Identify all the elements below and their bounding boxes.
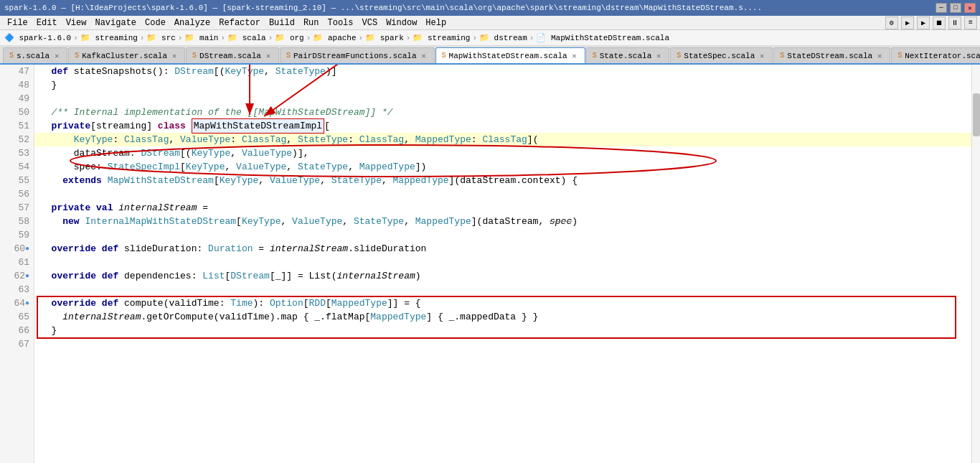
tab-state[interactable]: S State.scala ✕ — [586, 47, 670, 63]
breadcrumb-dstream[interactable]: 📁 dstream — [479, 33, 527, 42]
tab-label: PairDStreamFunctions.scala — [293, 52, 417, 60]
code-line-66: } — [34, 324, 971, 337]
code-line-58: new InternalMapWithStateDStream[KeyType,… — [34, 215, 971, 228]
code-line-54: spec: StateSpecImpl[KeyType, ValueType, … — [34, 160, 971, 174]
menu-view[interactable]: View — [62, 16, 91, 29]
breadcrumb-scala[interactable]: 📁 scala — [227, 33, 266, 42]
tab-sscala[interactable]: S s.scala ✕ — [3, 47, 67, 63]
tab-close-dstream[interactable]: ✕ — [264, 52, 273, 60]
code-line-64: override def compute(validTime: Time): O… — [34, 296, 971, 310]
line-num-58: 58 — [0, 215, 34, 228]
code-area: 47 48 49 50 51 52 53 54 55 56 57 58 59 6… — [0, 65, 980, 463]
toolbar-icons: ⚙ ▶ ▶ ⏹ ⏸ ≡ — [885, 17, 977, 29]
line-numbers: 47 48 49 50 51 52 53 54 55 56 57 58 59 6… — [0, 65, 34, 463]
code-line-65: internalStream.getOrCompute(validTime).m… — [34, 310, 971, 324]
breadcrumb-file[interactable]: 📄 MapWithStateDStream.scala — [536, 33, 669, 42]
menu-refactor[interactable]: Refactor — [215, 16, 265, 29]
line-num-63: 63 — [0, 283, 34, 296]
breadcrumb-main[interactable]: 📁 main — [184, 33, 218, 42]
line-num-61: 61 — [0, 256, 34, 269]
menu-navigate[interactable]: Navigate — [90, 16, 141, 29]
line-num-67: 67 — [0, 337, 34, 351]
menu-tools[interactable]: Tools — [324, 16, 358, 29]
gutter-icon-62[interactable]: ● — [25, 269, 29, 283]
code-line-53: dataStream: DStream[(KeyType, ValueType)… — [34, 146, 971, 160]
tab-statespec[interactable]: S StateSpec.scala ✕ — [670, 47, 773, 63]
line-num-65: 65 — [0, 310, 34, 324]
toolbar-icon-3[interactable]: ▶ — [917, 17, 930, 29]
line-num-66: 66 — [0, 324, 34, 337]
line-num-47: 47 — [0, 65, 34, 78]
breadcrumb-apache[interactable]: 📁 apache — [313, 33, 356, 42]
code-line-50: /** Internal implementation of the [[Map… — [34, 106, 971, 119]
breadcrumb-project[interactable]: 🔷 spark-1.6.0 — [4, 33, 71, 42]
line-num-55: 55 — [0, 174, 34, 187]
breadcrumb-spark[interactable]: 📁 spark — [365, 33, 404, 42]
code-line-48: } — [34, 78, 971, 92]
line-num-54: 54 — [0, 160, 34, 174]
maximize-button[interactable]: □ — [950, 3, 961, 13]
vertical-scrollbar[interactable] — [971, 65, 980, 463]
tab-mapwithstate[interactable]: S MapWithStateDStream.scala ✕ — [435, 47, 585, 63]
tab-close-kafka[interactable]: ✕ — [170, 52, 179, 60]
breadcrumb-org[interactable]: 📁 org — [275, 33, 303, 42]
code-line-57: private val internalStream = — [34, 201, 971, 215]
toolbar-icon-4[interactable]: ⏹ — [933, 17, 946, 29]
menu-vcs[interactable]: VCS — [358, 16, 382, 29]
menu-analyze[interactable]: Analyze — [170, 16, 215, 29]
code-line-63 — [34, 283, 971, 296]
tab-label: DStream.scala — [199, 52, 261, 60]
breadcrumb-streaming[interactable]: 📁 streaming — [80, 33, 138, 42]
menu-edit[interactable]: Edit — [32, 16, 62, 29]
line-num-59: 59 — [0, 228, 34, 242]
code-content[interactable]: def stateSnapshots(): DStream[(KeyType, … — [34, 65, 971, 463]
menu-code[interactable]: Code — [141, 16, 170, 29]
scrollbar-thumb[interactable] — [973, 93, 980, 136]
tab-close-statedstream[interactable]: ✕ — [875, 52, 884, 60]
menu-file[interactable]: File — [3, 16, 32, 29]
tab-close-statespec[interactable]: ✕ — [758, 52, 766, 60]
tab-label: StateDStream.scala — [787, 52, 872, 60]
tab-close-sscala[interactable]: ✕ — [52, 52, 61, 60]
tab-label: MapWithStateDStream.scala — [449, 52, 567, 60]
code-line-49 — [34, 92, 971, 106]
menu-help[interactable]: Help — [421, 16, 451, 29]
menu-run[interactable]: Run — [299, 16, 324, 29]
tab-close-mapwithstate[interactable]: ✕ — [570, 52, 579, 60]
close-button[interactable]: ✕ — [964, 3, 976, 13]
line-num-49: 49 — [0, 92, 34, 106]
tab-statedstream[interactable]: S StateDStream.scala ✕ — [773, 47, 890, 63]
tab-nextiterator[interactable]: S NextIterator.scala ✕ — [891, 47, 980, 63]
menu-build[interactable]: Build — [265, 16, 299, 29]
toolbar-icon-5[interactable]: ⏸ — [948, 17, 961, 29]
line-num-51: 51 — [0, 119, 34, 133]
breadcrumb-streaming2[interactable]: 📁 streaming — [413, 33, 470, 42]
tabs-bar: S s.scala ✕ S KafkaCluster.scala ✕ S DSt… — [0, 46, 980, 65]
line-num-64: 64 ● — [0, 296, 34, 310]
breadcrumb-bar: 🔷 spark-1.6.0 › 📁 streaming › 📁 src › 📁 … — [0, 30, 980, 46]
code-line-51: private[streaming] class MapWithStateDSt… — [34, 119, 971, 133]
minimize-button[interactable]: — — [936, 3, 947, 13]
toolbar-icon-1[interactable]: ⚙ — [885, 17, 898, 29]
code-line-61 — [34, 256, 971, 269]
tab-dstream[interactable]: S DStream.scala ✕ — [186, 47, 279, 63]
breadcrumb-src[interactable]: 📁 src — [146, 33, 175, 42]
menu-bar: File Edit View Navigate Code Analyze Ref… — [0, 16, 980, 30]
tab-pairdstream[interactable]: S PairDStreamFunctions.scala ✕ — [280, 47, 435, 63]
line-num-56: 56 — [0, 187, 34, 201]
gutter-icon-60[interactable]: ● — [25, 242, 29, 256]
line-num-60: 60 ● — [0, 242, 34, 256]
menu-window[interactable]: Window — [382, 16, 421, 29]
line-num-62: 62 ● — [0, 269, 34, 283]
toolbar-icon-6[interactable]: ≡ — [964, 17, 977, 29]
tab-close-state[interactable]: ✕ — [654, 52, 663, 60]
tab-close-pair[interactable]: ✕ — [420, 52, 428, 60]
title-bar-text: spark-1.6.0 — [H:\IdeaProjects\spark-1.6… — [4, 4, 762, 12]
gutter-icon-64[interactable]: ● — [25, 296, 29, 310]
tab-kafkacluster[interactable]: S KafkaCluster.scala ✕ — [68, 47, 185, 63]
tab-label: s.scala — [17, 52, 50, 60]
title-bar: spark-1.6.0 — [H:\IdeaProjects\spark-1.6… — [0, 0, 980, 16]
code-line-60: override def slideDuration: Duration = i… — [34, 242, 971, 256]
toolbar-icon-2[interactable]: ▶ — [901, 17, 914, 29]
tab-label: KafkaCluster.scala — [82, 52, 167, 60]
